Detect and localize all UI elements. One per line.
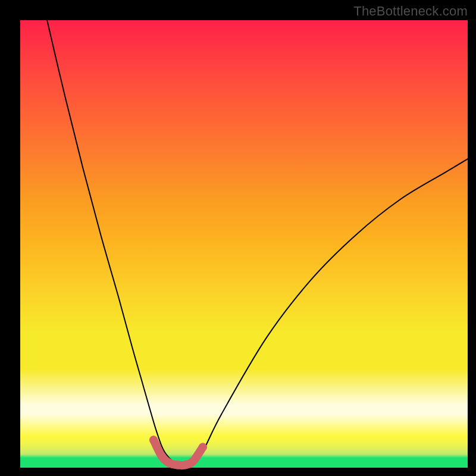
highlight-dot <box>189 457 197 465</box>
highlight-dot <box>158 452 166 460</box>
chart-frame: TheBottleneck.com <box>0 0 476 476</box>
highlight-dot <box>181 461 189 469</box>
highlight-dot <box>199 443 207 451</box>
bottleneck-curve <box>47 20 468 465</box>
highlight-dot <box>165 459 174 467</box>
watermark-text: TheBottleneck.com <box>353 4 468 19</box>
chart-svg <box>20 20 468 468</box>
highlight-dot <box>149 436 158 444</box>
highlight-dot <box>174 461 182 469</box>
chart-plot-area <box>20 20 468 468</box>
